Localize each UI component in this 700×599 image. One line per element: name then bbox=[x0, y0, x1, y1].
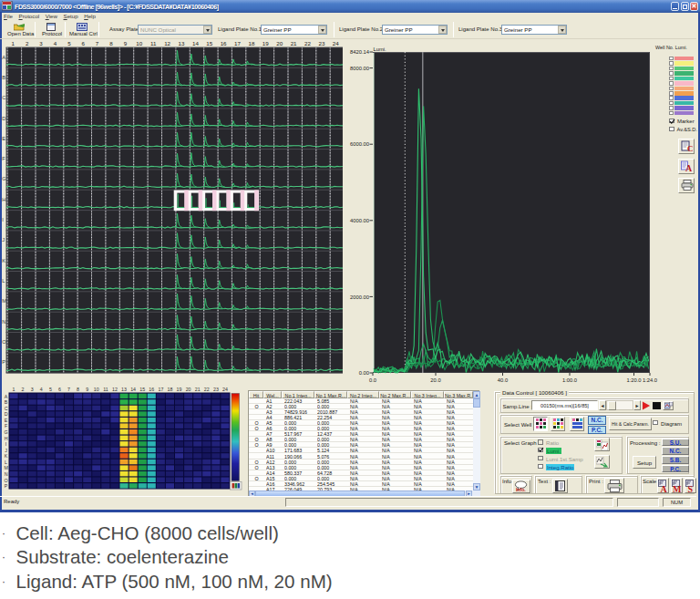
svg-text:21: 21 bbox=[291, 40, 297, 46]
svg-text:22: 22 bbox=[204, 387, 210, 392]
svg-text:5: 5 bbox=[67, 40, 71, 46]
svg-text:8: 8 bbox=[109, 40, 113, 46]
svg-text:J: J bbox=[5, 448, 7, 453]
svg-text:10: 10 bbox=[94, 387, 99, 392]
svg-text:A: A bbox=[2, 55, 5, 60]
svg-text:3: 3 bbox=[39, 40, 43, 46]
svg-text:6: 6 bbox=[58, 387, 61, 392]
svg-text:1:24.0: 1:24.0 bbox=[643, 377, 657, 383]
svg-text:18: 18 bbox=[168, 387, 173, 392]
svg-text:M: M bbox=[673, 483, 682, 492]
svg-text:10: 10 bbox=[136, 40, 142, 46]
svg-text:Lumi.: Lumi. bbox=[374, 46, 387, 52]
svg-text:B: B bbox=[5, 399, 8, 405]
svg-text:2: 2 bbox=[22, 387, 25, 392]
svg-text:6000.00: 6000.00 bbox=[350, 141, 369, 147]
svg-text:8000.00: 8000.00 bbox=[350, 66, 369, 71]
svg-text:A: A bbox=[5, 394, 8, 399]
svg-text:M: M bbox=[4, 465, 7, 470]
svg-text:0.00: 0.00 bbox=[359, 370, 369, 376]
svg-text:H: H bbox=[5, 436, 8, 441]
svg-text:K: K bbox=[2, 258, 5, 263]
svg-text:19: 19 bbox=[177, 387, 182, 392]
svg-text:40.0: 40.0 bbox=[498, 377, 508, 383]
svg-text:Info.: Info. bbox=[516, 487, 526, 492]
svg-text:23: 23 bbox=[318, 40, 324, 46]
svg-text:A: A bbox=[661, 483, 668, 492]
svg-text:1:00.0: 1:00.0 bbox=[562, 377, 577, 383]
svg-text:6: 6 bbox=[81, 40, 85, 46]
svg-text:3: 3 bbox=[31, 387, 34, 392]
svg-text:4: 4 bbox=[40, 387, 43, 392]
svg-text:1: 1 bbox=[12, 40, 15, 46]
svg-text:24: 24 bbox=[222, 387, 228, 392]
svg-text:C: C bbox=[2, 95, 5, 100]
svg-text:14: 14 bbox=[130, 387, 136, 392]
svg-text:16: 16 bbox=[221, 40, 227, 46]
svg-text:1:20.0: 1:20.0 bbox=[626, 377, 641, 383]
svg-text:L: L bbox=[5, 460, 7, 465]
svg-text:D: D bbox=[2, 116, 5, 121]
svg-text:4000.00: 4000.00 bbox=[350, 218, 369, 223]
svg-text:21: 21 bbox=[195, 387, 201, 392]
svg-text:G: G bbox=[5, 429, 8, 435]
svg-text:14: 14 bbox=[192, 40, 199, 46]
svg-text:13: 13 bbox=[179, 40, 185, 46]
svg-text:C: C bbox=[687, 144, 693, 152]
svg-text:4: 4 bbox=[54, 40, 57, 46]
svg-text:1: 1 bbox=[13, 387, 15, 392]
svg-text:20.0: 20.0 bbox=[430, 377, 440, 383]
svg-text:F: F bbox=[2, 156, 5, 161]
svg-text:15: 15 bbox=[139, 387, 145, 392]
svg-text:24: 24 bbox=[333, 40, 339, 46]
svg-text:11: 11 bbox=[103, 387, 108, 392]
svg-text:15: 15 bbox=[206, 40, 212, 46]
svg-text:N: N bbox=[2, 319, 5, 325]
svg-text:B: B bbox=[2, 75, 5, 80]
svg-text:9: 9 bbox=[124, 40, 128, 46]
svg-text:G: G bbox=[2, 176, 6, 181]
svg-text:17: 17 bbox=[158, 387, 163, 392]
svg-text:17: 17 bbox=[234, 40, 241, 46]
svg-text:0.0: 0.0 bbox=[369, 377, 376, 383]
svg-text:2000.00: 2000.00 bbox=[350, 294, 369, 300]
svg-text:19: 19 bbox=[262, 40, 269, 46]
svg-text:12: 12 bbox=[112, 387, 118, 392]
svg-text:S: S bbox=[688, 483, 694, 492]
svg-text:P: P bbox=[5, 483, 8, 489]
svg-text:L: L bbox=[2, 278, 5, 284]
svg-text:M: M bbox=[2, 298, 6, 304]
svg-text:23: 23 bbox=[213, 387, 219, 392]
svg-text:5: 5 bbox=[49, 387, 52, 392]
svg-text:9: 9 bbox=[86, 387, 88, 392]
svg-text:20: 20 bbox=[186, 387, 191, 392]
svg-text:11: 11 bbox=[150, 40, 157, 46]
svg-text:I: I bbox=[2, 217, 4, 222]
svg-text:C: C bbox=[5, 406, 8, 411]
svg-text:8420.14: 8420.14 bbox=[350, 49, 370, 55]
svg-text:2: 2 bbox=[26, 40, 29, 46]
svg-text:E: E bbox=[2, 136, 5, 141]
svg-text:I: I bbox=[5, 441, 6, 447]
svg-text:N: N bbox=[5, 471, 8, 477]
svg-text:20: 20 bbox=[276, 40, 283, 46]
svg-text:16: 16 bbox=[149, 387, 154, 392]
svg-text:A: A bbox=[685, 163, 693, 172]
svg-text:18: 18 bbox=[248, 40, 254, 46]
svg-text:12: 12 bbox=[164, 40, 170, 46]
svg-text:F: F bbox=[5, 423, 8, 429]
svg-text:P: P bbox=[2, 359, 5, 365]
svg-text:D: D bbox=[5, 411, 8, 417]
svg-text:13: 13 bbox=[121, 387, 127, 392]
svg-text:8: 8 bbox=[77, 387, 79, 392]
svg-text:H: H bbox=[2, 197, 5, 202]
svg-text:J: J bbox=[2, 237, 5, 243]
svg-text:22: 22 bbox=[304, 40, 311, 46]
svg-text:O: O bbox=[5, 478, 8, 483]
svg-text:O: O bbox=[2, 339, 6, 345]
svg-text:K: K bbox=[5, 453, 8, 459]
svg-text:E: E bbox=[5, 418, 8, 423]
svg-text:7: 7 bbox=[96, 40, 99, 46]
svg-text:7: 7 bbox=[67, 387, 70, 392]
